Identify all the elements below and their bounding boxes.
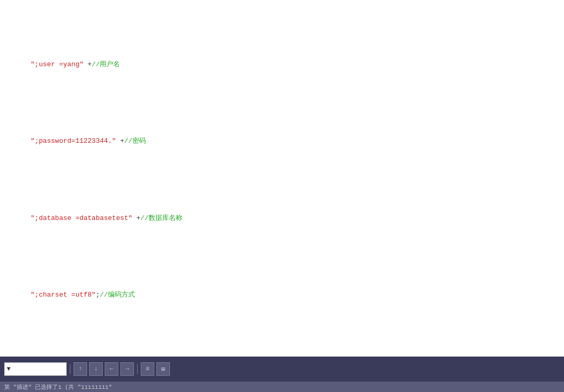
code-line: ";user =yang" +//用户名	[4, 47, 564, 81]
code-line: ";database =databasetest" +//数据库名称	[4, 201, 564, 235]
status-bar: 第 "插进" 已选择了1 (共 "11111111"	[0, 382, 564, 392]
toolbar-separator-2	[137, 364, 138, 374]
status-text: 第 "插进" 已选择了1 (共 "11111111"	[4, 383, 112, 391]
toolbar-btn-down[interactable]: ↓	[89, 362, 103, 376]
toolbar-btn-grid[interactable]: ⊞	[156, 362, 170, 376]
code-editor: ";user =yang" +//用户名 ";password=11223344…	[0, 0, 564, 357]
code-line: ";password=11223344." +//密码	[4, 125, 564, 158]
toolbar-btn-up[interactable]: ↑	[73, 362, 87, 376]
toolbar-separator	[70, 364, 70, 374]
bottom-toolbar: ▼ ↑ ↓ ← → ≡ ⊞	[0, 357, 564, 382]
code-content: ";user =yang" +//用户名 ";password=11223344…	[4, 4, 564, 357]
toolbar-btn-left[interactable]: ←	[105, 362, 118, 376]
toolbar-dropdown[interactable]: ▼	[4, 362, 67, 376]
dropdown-label: ▼	[7, 365, 10, 373]
toolbar-btn-list[interactable]: ≡	[141, 362, 154, 376]
code-line: MySqlConnection mysql = new MySqlConnect…	[4, 355, 564, 357]
code-line: ";charset =utf8";//编码方式	[4, 278, 564, 312]
toolbar-btn-right[interactable]: →	[120, 362, 134, 376]
